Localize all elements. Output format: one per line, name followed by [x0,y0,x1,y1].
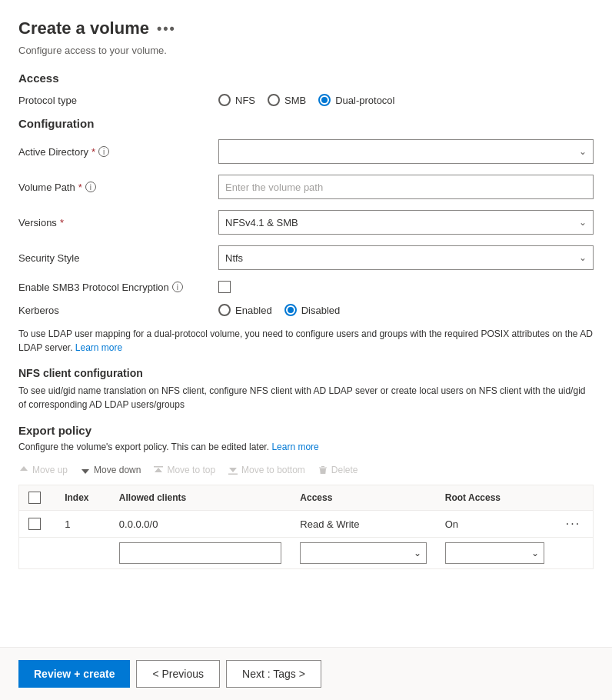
security-style-control: Ntfs ⌄ [218,245,594,270]
content-area: Create a volume ••• Configure access to … [0,0,612,647]
move-down-icon [80,465,91,475]
table-header-access: Access [291,485,435,511]
table-row-access: Read & Write [291,511,435,538]
table-row-checkbox-cell [19,511,56,538]
versions-value: NFSv4.1 & SMB [225,217,298,228]
table-row-root-access: On [436,511,554,538]
protocol-type-row: Protocol type NFS SMB Dual-protocol [18,94,594,106]
volume-path-required: * [78,182,82,193]
delete-icon [318,465,328,475]
security-style-chevron-icon: ⌄ [579,252,587,263]
table-header: Index Allowed clients Access Root Access [19,485,594,511]
volume-path-input[interactable] [218,175,594,199]
protocol-nfs-radio[interactable] [218,94,231,106]
active-directory-label: Active Directory * i [18,146,218,158]
move-up-button[interactable]: Move up [18,465,68,475]
move-to-top-icon [153,465,164,475]
security-style-select[interactable]: Ntfs ⌄ [218,245,594,270]
move-up-icon [18,465,29,475]
edit-root-access-chevron-icon: ⌄ [531,548,539,558]
kerberos-control: Enabled Disabled [218,304,594,316]
review-create-button[interactable]: Review + create [18,660,130,688]
export-policy-description: Configure the volume's export policy. Th… [18,442,594,452]
table-row-index: 1 [55,511,110,538]
active-directory-row: Active Directory * i ⌄ [18,139,594,164]
table-row: 1 0.0.0.0/0 Read & Write On ··· [19,511,594,538]
protocol-dual-option[interactable]: Dual-protocol [318,94,394,106]
smb3-encryption-control [218,281,594,293]
kerberos-disabled-option[interactable]: Disabled [284,304,341,316]
protocol-smb-label: SMB [284,95,306,106]
protocol-smb-option[interactable]: SMB [268,94,306,106]
edit-access-select[interactable]: ⌄ [300,542,426,564]
protocol-smb-radio[interactable] [268,94,280,106]
smb3-encryption-checkbox[interactable] [218,281,231,293]
protocol-nfs-label: NFS [235,95,255,106]
kerberos-label: Kerberos [18,305,218,316]
volume-path-control [218,175,594,199]
volume-path-label: Volume Path * i [18,182,218,193]
versions-control: NFSv4.1 & SMB ⌄ [218,210,594,235]
page-wrapper: Create a volume ••• Configure access to … [0,0,612,700]
edit-access-chevron-icon: ⌄ [414,548,421,558]
security-style-row: Security Style Ntfs ⌄ [18,245,594,270]
export-policy-title: Export policy [18,424,594,437]
table-row-actions-cell: ··· [554,511,594,538]
configuration-section-title: Configuration [18,117,594,130]
next-button[interactable]: Next : Tags > [226,660,321,688]
protocol-dual-label: Dual-protocol [335,95,394,106]
ldap-info-block: To use LDAP user mapping for a dual-prot… [18,327,594,355]
kerberos-enabled-option[interactable]: Enabled [218,304,272,316]
kerberos-disabled-radio[interactable] [284,304,297,316]
export-policy-learn-more-link[interactable]: Learn more [271,442,318,452]
nfs-section-description: To see uid/gid name translation on NFS c… [18,384,594,412]
security-style-label: Security Style [18,252,218,264]
smb3-encryption-info-icon[interactable]: i [172,282,183,292]
table-header-checkbox[interactable] [28,492,41,504]
table-body: 1 0.0.0.0/0 Read & Write On ··· [19,511,594,569]
export-policy-toolbar: Move up Move down Move to top Move to bo… [18,462,594,478]
edit-row-root-cell: ⌄ [436,538,554,569]
edit-root-access-select[interactable]: ⌄ [445,542,544,564]
table-header-allowed-clients: Allowed clients [110,485,291,511]
more-options-icon[interactable]: ••• [157,21,176,37]
page-title: Create a volume [18,18,149,38]
protocol-dual-radio[interactable] [318,94,331,106]
versions-select[interactable]: NFSv4.1 & SMB ⌄ [218,210,594,235]
edit-row-clients-cell [110,538,291,569]
smb3-encryption-row: Enable SMB3 Protocol Encryption i [18,281,594,293]
table-row-allowed-clients: 0.0.0.0/0 [110,511,291,538]
table-row-more-options-icon[interactable]: ··· [566,517,580,530]
active-directory-info-icon[interactable]: i [98,146,109,157]
edit-allowed-clients-input[interactable] [119,542,282,564]
previous-button[interactable]: < Previous [136,660,220,688]
active-directory-required: * [91,146,95,158]
active-directory-chevron-icon: ⌄ [579,146,587,157]
security-style-value: Ntfs [225,252,243,264]
smb3-encryption-label: Enable SMB3 Protocol Encryption i [18,282,218,293]
move-to-bottom-icon [228,465,238,475]
table-header-checkbox-cell [19,485,56,511]
versions-required: * [60,217,64,228]
table-header-actions-cell [554,485,594,511]
delete-button[interactable]: Delete [318,465,358,475]
edit-row-checkbox-cell [19,538,56,569]
move-to-top-button[interactable]: Move to top [153,465,215,475]
active-directory-select[interactable]: ⌄ [218,139,594,164]
nfs-section-title: NFS client configuration [18,367,594,379]
versions-chevron-icon: ⌄ [579,217,587,228]
table-header-index: Index [55,485,110,511]
edit-row-index-cell [55,538,110,569]
kerberos-disabled-label: Disabled [301,305,341,316]
table-row-checkbox[interactable] [28,518,41,530]
move-to-bottom-button[interactable]: Move to bottom [228,465,305,475]
ldap-learn-more-link[interactable]: Learn more [75,342,122,353]
volume-path-info-icon[interactable]: i [85,182,96,192]
edit-row-access-cell: ⌄ [291,538,435,569]
volume-path-row: Volume Path * i [18,175,594,199]
kerberos-enabled-radio[interactable] [218,304,231,316]
versions-row: Versions * NFSv4.1 & SMB ⌄ [18,210,594,235]
access-section-title: Access [18,72,594,85]
protocol-nfs-option[interactable]: NFS [218,94,255,106]
move-down-button[interactable]: Move down [80,465,141,475]
